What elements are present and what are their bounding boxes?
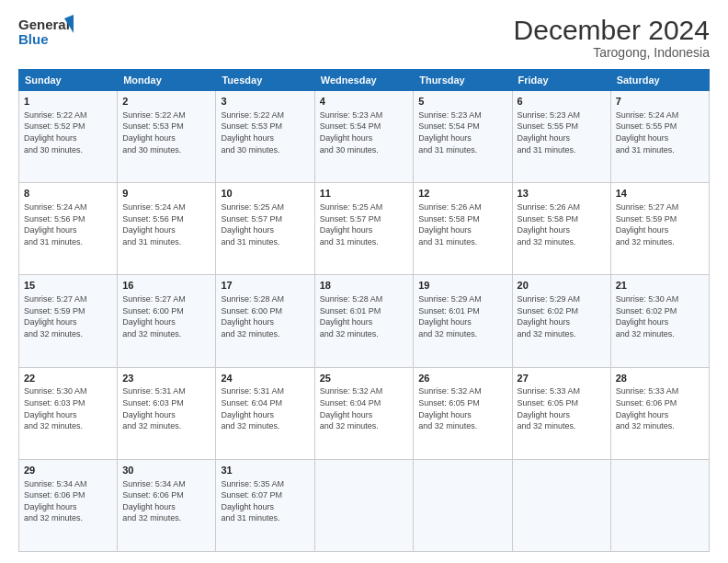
col-header-sunday: Sunday [19, 70, 118, 91]
day-cell: 1Sunrise: 5:22 AMSunset: 5:52 PMDaylight… [19, 91, 118, 183]
day-cell: 17Sunrise: 5:28 AMSunset: 6:00 PMDayligh… [216, 275, 314, 367]
day-info: Sunrise: 5:24 AMSunset: 5:55 PMDaylight … [616, 109, 704, 155]
day-cell [512, 459, 610, 551]
day-number: 24 [221, 372, 309, 385]
day-number: 27 [518, 372, 606, 385]
svg-text:Blue: Blue [18, 31, 49, 47]
day-info: Sunrise: 5:32 AMSunset: 6:04 PMDaylight … [320, 385, 409, 431]
day-cell: 29Sunrise: 5:34 AMSunset: 6:06 PMDayligh… [19, 459, 118, 551]
day-number: 30 [122, 464, 210, 477]
logo-svg: GeneralBlue [18, 15, 74, 48]
day-info: Sunrise: 5:35 AMSunset: 6:07 PMDaylight … [221, 478, 309, 524]
week-row-4: 29Sunrise: 5:34 AMSunset: 6:06 PMDayligh… [19, 459, 710, 551]
day-cell: 4Sunrise: 5:23 AMSunset: 5:54 PMDaylight… [314, 91, 414, 183]
day-cell: 24Sunrise: 5:31 AMSunset: 6:04 PMDayligh… [216, 367, 314, 459]
col-header-monday: Monday [118, 70, 216, 91]
col-header-tuesday: Tuesday [216, 70, 314, 91]
day-cell: 7Sunrise: 5:24 AMSunset: 5:55 PMDaylight… [610, 91, 709, 183]
week-row-0: 1Sunrise: 5:22 AMSunset: 5:52 PMDaylight… [19, 91, 710, 183]
day-cell: 20Sunrise: 5:29 AMSunset: 6:02 PMDayligh… [512, 275, 610, 367]
day-number: 10 [221, 187, 309, 201]
day-number: 18 [320, 279, 409, 293]
day-cell: 14Sunrise: 5:27 AMSunset: 5:59 PMDayligh… [610, 183, 709, 275]
day-number: 20 [518, 279, 606, 293]
header-row: SundayMondayTuesdayWednesdayThursdayFrid… [19, 70, 710, 91]
day-number: 15 [24, 279, 112, 293]
day-info: Sunrise: 5:29 AMSunset: 6:01 PMDaylight … [418, 293, 506, 339]
calendar-table: SundayMondayTuesdayWednesdayThursdayFrid… [18, 69, 710, 552]
day-number: 13 [518, 187, 606, 201]
day-cell: 2Sunrise: 5:22 AMSunset: 5:53 PMDaylight… [118, 91, 216, 183]
day-info: Sunrise: 5:33 AMSunset: 6:06 PMDaylight … [616, 385, 704, 431]
day-info: Sunrise: 5:23 AMSunset: 5:54 PMDaylight … [320, 109, 409, 155]
day-cell: 28Sunrise: 5:33 AMSunset: 6:06 PMDayligh… [610, 367, 709, 459]
day-number: 2 [122, 95, 210, 109]
day-cell: 5Sunrise: 5:23 AMSunset: 5:54 PMDaylight… [414, 91, 512, 183]
day-cell: 9Sunrise: 5:24 AMSunset: 5:56 PMDaylight… [118, 183, 216, 275]
day-cell: 13Sunrise: 5:26 AMSunset: 5:58 PMDayligh… [512, 183, 610, 275]
day-cell: 11Sunrise: 5:25 AMSunset: 5:57 PMDayligh… [314, 183, 414, 275]
day-number: 8 [24, 187, 112, 201]
day-info: Sunrise: 5:26 AMSunset: 5:58 PMDaylight … [518, 201, 606, 247]
day-cell: 21Sunrise: 5:30 AMSunset: 6:02 PMDayligh… [610, 275, 709, 367]
day-cell: 30Sunrise: 5:34 AMSunset: 6:06 PMDayligh… [118, 459, 216, 551]
day-number: 7 [616, 95, 704, 109]
day-number: 16 [122, 279, 210, 293]
day-info: Sunrise: 5:30 AMSunset: 6:02 PMDaylight … [616, 293, 704, 339]
day-cell: 31Sunrise: 5:35 AMSunset: 6:07 PMDayligh… [216, 459, 314, 551]
day-number: 4 [320, 95, 409, 109]
day-cell: 26Sunrise: 5:32 AMSunset: 6:05 PMDayligh… [414, 367, 512, 459]
week-row-2: 15Sunrise: 5:27 AMSunset: 5:59 PMDayligh… [19, 275, 710, 367]
day-info: Sunrise: 5:24 AMSunset: 5:56 PMDaylight … [122, 201, 210, 247]
day-number: 11 [320, 187, 409, 201]
day-number: 29 [24, 464, 112, 477]
day-info: Sunrise: 5:25 AMSunset: 5:57 PMDaylight … [221, 201, 309, 247]
title-block: December 2024 Tarogong, Indonesia [514, 15, 710, 60]
page: GeneralBlue December 2024 Tarogong, Indo… [0, 0, 728, 563]
day-cell: 12Sunrise: 5:26 AMSunset: 5:58 PMDayligh… [414, 183, 512, 275]
main-title: December 2024 [514, 15, 710, 45]
day-info: Sunrise: 5:30 AMSunset: 6:03 PMDaylight … [24, 385, 112, 431]
day-cell: 10Sunrise: 5:25 AMSunset: 5:57 PMDayligh… [216, 183, 314, 275]
day-number: 14 [616, 187, 704, 201]
day-cell: 3Sunrise: 5:22 AMSunset: 5:53 PMDaylight… [216, 91, 314, 183]
day-cell: 23Sunrise: 5:31 AMSunset: 6:03 PMDayligh… [118, 367, 216, 459]
day-cell: 19Sunrise: 5:29 AMSunset: 6:01 PMDayligh… [414, 275, 512, 367]
day-info: Sunrise: 5:29 AMSunset: 6:02 PMDaylight … [518, 293, 606, 339]
day-number: 3 [221, 95, 309, 109]
col-header-friday: Friday [512, 70, 610, 91]
day-cell [314, 459, 414, 551]
day-number: 19 [418, 279, 506, 293]
week-row-1: 8Sunrise: 5:24 AMSunset: 5:56 PMDaylight… [19, 183, 710, 275]
day-info: Sunrise: 5:31 AMSunset: 6:03 PMDaylight … [122, 385, 210, 431]
day-number: 26 [418, 372, 506, 385]
day-number: 21 [616, 279, 704, 293]
svg-text:General: General [18, 17, 70, 32]
col-header-wednesday: Wednesday [314, 70, 414, 91]
day-info: Sunrise: 5:34 AMSunset: 6:06 PMDaylight … [24, 478, 112, 524]
day-number: 17 [221, 279, 309, 293]
day-number: 28 [616, 372, 704, 385]
day-info: Sunrise: 5:33 AMSunset: 6:05 PMDaylight … [518, 385, 606, 431]
day-number: 9 [122, 187, 210, 201]
logo: GeneralBlue [18, 15, 74, 48]
day-number: 12 [418, 187, 506, 201]
subtitle: Tarogong, Indonesia [514, 45, 710, 60]
day-info: Sunrise: 5:28 AMSunset: 6:01 PMDaylight … [320, 293, 409, 339]
day-number: 23 [122, 372, 210, 385]
day-number: 6 [518, 95, 606, 109]
day-info: Sunrise: 5:27 AMSunset: 5:59 PMDaylight … [24, 293, 112, 339]
day-info: Sunrise: 5:23 AMSunset: 5:55 PMDaylight … [518, 109, 606, 155]
day-number: 5 [418, 95, 506, 109]
day-info: Sunrise: 5:28 AMSunset: 6:00 PMDaylight … [221, 293, 309, 339]
day-cell: 27Sunrise: 5:33 AMSunset: 6:05 PMDayligh… [512, 367, 610, 459]
day-cell: 8Sunrise: 5:24 AMSunset: 5:56 PMDaylight… [19, 183, 118, 275]
day-info: Sunrise: 5:22 AMSunset: 5:53 PMDaylight … [221, 109, 309, 155]
day-info: Sunrise: 5:22 AMSunset: 5:53 PMDaylight … [122, 109, 210, 155]
day-cell: 25Sunrise: 5:32 AMSunset: 6:04 PMDayligh… [314, 367, 414, 459]
day-number: 31 [221, 464, 309, 477]
day-info: Sunrise: 5:26 AMSunset: 5:58 PMDaylight … [418, 201, 506, 247]
day-cell: 15Sunrise: 5:27 AMSunset: 5:59 PMDayligh… [19, 275, 118, 367]
day-info: Sunrise: 5:31 AMSunset: 6:04 PMDaylight … [221, 385, 309, 431]
day-info: Sunrise: 5:34 AMSunset: 6:06 PMDaylight … [122, 478, 210, 524]
